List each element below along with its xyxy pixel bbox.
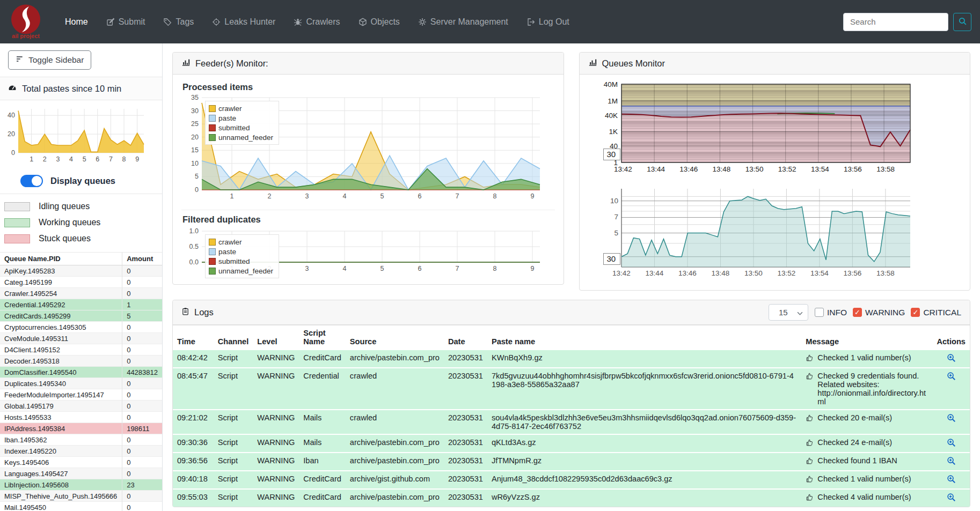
queue-row: DomClassifier.1495540 44283812 xyxy=(0,367,162,378)
svg-text:40: 40 xyxy=(8,112,15,119)
log-channel: Script xyxy=(214,410,253,434)
nav-item-leaks-hunter[interactable]: Leaks Hunter xyxy=(203,12,284,32)
log-row: 09:30:36ScriptWARNINGMailsarchive/pasteb… xyxy=(173,434,970,453)
nav-item-log-out[interactable]: Log Out xyxy=(517,12,579,32)
log-channel: Script xyxy=(214,489,253,507)
filtered-duplicates-chart: 0.00.51.0123456789crawlerpastesubmittedu… xyxy=(181,227,555,277)
logs-header-source: Source xyxy=(346,325,444,350)
legend-row-stuck-queues: Stuck queues xyxy=(4,231,162,247)
filter-label: WARNING xyxy=(865,308,905,317)
log-script: Mails xyxy=(299,410,346,434)
log-level: WARNING xyxy=(253,453,299,471)
toggle-sidebar-button[interactable]: Toggle Sidebar xyxy=(8,50,91,70)
processed-items-title: Processed items xyxy=(182,82,555,92)
queue-amount: 44283812 xyxy=(122,367,162,378)
log-channel: Script xyxy=(214,368,253,410)
show-paste-button[interactable] xyxy=(947,372,956,382)
queue-name: DomClassifier.1495540 xyxy=(0,367,122,378)
show-paste-button[interactable] xyxy=(947,438,956,449)
svg-text:13:42: 13:42 xyxy=(612,269,631,277)
queue-name: D4Client.1495152 xyxy=(0,344,122,356)
svg-text:13:58: 13:58 xyxy=(876,165,895,173)
filter-checkbox-info[interactable]: INFO xyxy=(815,308,847,317)
queue-name: CveModule.1495311 xyxy=(0,333,122,344)
log-time: 09:30:36 xyxy=(173,434,214,453)
log-time: 09:21:02 xyxy=(173,410,214,434)
log-source: archive/pastebin.com_pro xyxy=(346,350,444,368)
queue-name: Cryptocurrencies.1495305 xyxy=(0,322,122,333)
queues-size-chart: 30 40M1M40K1K40113:4213:4413:4613:4813:5… xyxy=(588,81,962,178)
svg-text:9: 9 xyxy=(531,265,535,272)
log-source: archive/pastebin.com_pro xyxy=(346,489,444,507)
log-time: 08:45:47 xyxy=(173,368,214,410)
log-message: Checked 20 e-mail(s) xyxy=(801,410,932,434)
queues-table-header-amount: Amount xyxy=(122,253,162,265)
thumbs-up-icon xyxy=(806,372,814,382)
log-source: archive/gist.github.com xyxy=(346,471,444,489)
svg-text:5: 5 xyxy=(195,173,199,180)
queue-amount: 0 xyxy=(122,322,162,333)
nav-item-server-management[interactable]: Server Management xyxy=(409,12,517,32)
svg-text:9: 9 xyxy=(135,155,139,163)
toggle-lines-icon xyxy=(16,55,24,65)
queue-row: Global.1495179 0 xyxy=(0,401,162,412)
brand-logo[interactable]: ail project xyxy=(5,4,46,39)
svg-text:20: 20 xyxy=(8,130,15,138)
queue-name: Crawler.1495254 xyxy=(0,288,122,299)
search-plus-icon xyxy=(947,477,956,485)
show-paste-button[interactable] xyxy=(947,353,956,364)
queue-row: Keys.1495406 0 xyxy=(0,457,162,468)
svg-text:2: 2 xyxy=(43,155,47,163)
svg-text:0: 0 xyxy=(11,149,15,157)
log-row: 09:55:03ScriptWARNINGCreditCardarchive/p… xyxy=(173,489,970,507)
svg-text:3: 3 xyxy=(56,155,60,163)
svg-text:5: 5 xyxy=(381,265,384,272)
queue-amount: 0 xyxy=(122,344,162,356)
show-paste-button[interactable] xyxy=(947,413,956,424)
queue-amount: 0 xyxy=(122,265,162,277)
svg-text:3: 3 xyxy=(305,192,309,200)
svg-text:13:52: 13:52 xyxy=(778,165,796,173)
log-level: WARNING xyxy=(253,489,299,507)
search-input[interactable] xyxy=(843,13,948,31)
show-paste-button[interactable] xyxy=(947,456,956,467)
roll-period-input[interactable]: 30 xyxy=(603,149,621,160)
nav-item-tags[interactable]: Tags xyxy=(154,12,203,32)
legend-swatch xyxy=(4,218,30,227)
page-size-select[interactable]: 15 xyxy=(769,304,808,321)
nav-item-crawlers[interactable]: Crawlers xyxy=(284,12,349,32)
svg-text:8: 8 xyxy=(122,155,126,163)
queue-row: Crawler.1495254 0 xyxy=(0,288,162,299)
svg-text:0.5: 0.5 xyxy=(189,243,199,250)
svg-text:13:46: 13:46 xyxy=(678,269,697,277)
log-source: archive/pastebin.com_pro xyxy=(346,453,444,471)
nav-item-submit[interactable]: Submit xyxy=(97,12,155,32)
log-paste-name: JfTMNpmR.gz xyxy=(487,453,801,471)
log-date: 20230531 xyxy=(444,434,487,453)
search-button[interactable] xyxy=(953,13,971,31)
queue-row: ApiKey.1495283 0 xyxy=(0,265,162,277)
nav-item-objects[interactable]: Objects xyxy=(349,12,409,32)
queue-amount: 0 xyxy=(122,491,162,502)
svg-text:4: 4 xyxy=(69,155,73,163)
log-paste-name: 7kd5gvuzuu44obhhghomhr4sisjfbrpw5bkcofjq… xyxy=(487,368,801,410)
filter-checkbox-warning[interactable]: ✓ WARNING xyxy=(853,308,905,317)
svg-text:13:50: 13:50 xyxy=(745,165,763,173)
queue-amount: 5 xyxy=(122,310,162,322)
legend-label: Stuck queues xyxy=(39,234,91,243)
filter-checkbox-critical[interactable]: ✓ CRITICAL xyxy=(911,308,961,317)
log-level: WARNING xyxy=(253,368,299,410)
log-script: CreditCard xyxy=(299,350,346,368)
queue-row: FeederModuleImporter.1495147 0 xyxy=(0,389,162,401)
nav-item-home[interactable]: Home xyxy=(56,12,97,32)
queue-amount: 0 xyxy=(122,412,162,423)
search-plus-icon xyxy=(947,374,956,382)
log-row: 09:21:02ScriptWARNINGMailscrawled2023053… xyxy=(173,410,970,434)
show-paste-button[interactable] xyxy=(947,493,956,503)
display-queues-toggle[interactable] xyxy=(20,175,43,187)
roll-period-input[interactable]: 30 xyxy=(603,253,621,265)
svg-text:7: 7 xyxy=(614,213,618,221)
queue-row: Languages.1495427 0 xyxy=(0,468,162,479)
show-paste-button[interactable] xyxy=(947,475,956,485)
display-queues-label: Display queues xyxy=(50,176,115,186)
